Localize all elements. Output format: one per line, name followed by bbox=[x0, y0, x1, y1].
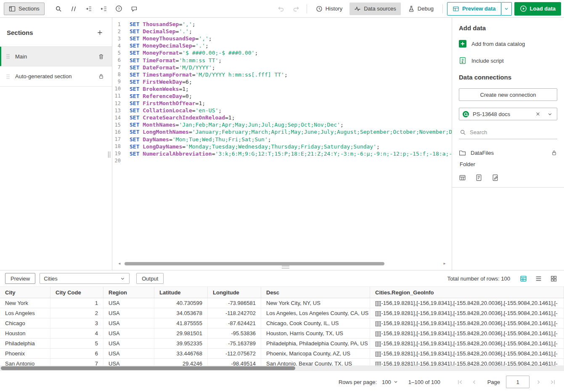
code-line[interactable]: 16SET LongMonthNames='January;February;M… bbox=[112, 128, 452, 135]
search-button[interactable] bbox=[52, 3, 65, 15]
code-text: SET TimestampFormat='M/D/YYYY h:mm:ss[.f… bbox=[127, 72, 288, 78]
code-line[interactable]: 14SET CreateSearchIndexOnReload=1; bbox=[112, 114, 452, 121]
create-new-connection-button[interactable]: Create new connection bbox=[459, 88, 557, 101]
search-icon bbox=[55, 5, 62, 12]
close-icon bbox=[535, 111, 540, 117]
table-horizontal-scrollbar[interactable] bbox=[0, 366, 564, 371]
comment-toggle-button[interactable] bbox=[67, 3, 80, 15]
table-cell: -75.163789 bbox=[208, 339, 261, 348]
connection-select[interactable]: PS-13648 docs bbox=[459, 108, 557, 120]
preview-tab-button[interactable]: Preview bbox=[5, 273, 35, 284]
code-line[interactable]: 4SET MoneyDecimalSep='.'; bbox=[112, 42, 452, 49]
scrollbar-thumb[interactable] bbox=[1, 366, 295, 370]
history-button[interactable]: History bbox=[311, 3, 347, 15]
row-range-label: 1–100 of 100 bbox=[408, 379, 440, 385]
preview-data-button[interactable]: Preview data bbox=[447, 2, 501, 16]
table-cell: [[[[-156,19.8281],[-156,19.8341],[-155.8… bbox=[370, 349, 564, 358]
table-select-value: Cities bbox=[44, 275, 58, 282]
add-from-data-catalog[interactable]: Add from data catalog bbox=[459, 40, 557, 48]
add-section-button[interactable] bbox=[94, 27, 105, 38]
outdent-icon bbox=[101, 5, 107, 12]
redo-button[interactable] bbox=[290, 3, 302, 15]
scroll-right-arrow-icon[interactable]: ▶ bbox=[442, 262, 447, 265]
preview-data-split-button: Preview data bbox=[447, 2, 512, 16]
scrollbar-thumb[interactable] bbox=[124, 262, 384, 265]
indent-button[interactable] bbox=[82, 3, 95, 15]
sections-toggle-button[interactable]: Sections bbox=[4, 3, 45, 15]
code-line[interactable]: 18SET LongDayNames='Monday;Tuesday;Wedne… bbox=[112, 143, 452, 150]
first-page-icon bbox=[457, 379, 463, 385]
last-page-button[interactable] bbox=[547, 376, 558, 387]
line-number: 16 bbox=[112, 129, 127, 135]
preview-data-dropdown-button[interactable] bbox=[501, 2, 512, 16]
table-cell: -118.242702 bbox=[208, 308, 261, 318]
script-editor[interactable]: 1SET ThousandSep=',';2SET DecimalSep='.'… bbox=[112, 18, 452, 270]
code-line[interactable]: 12SET FirstMonthOfYear=1; bbox=[112, 100, 452, 107]
code-line[interactable]: 7SET DateFormat='M/D/YYYY'; bbox=[112, 64, 452, 71]
delete-section-button[interactable] bbox=[96, 51, 106, 61]
toolbar-divider bbox=[442, 4, 443, 13]
code-line[interactable]: 8SET TimestampFormat='M/D/YYYY h:mm:ss[.… bbox=[112, 71, 452, 78]
code-line[interactable]: 6SET TimeFormat='h:mm:ss TT'; bbox=[112, 56, 452, 64]
undo-button[interactable] bbox=[275, 3, 287, 15]
code-line[interactable]: 11SET ReferenceDay=0; bbox=[112, 93, 452, 100]
sidebar-item-auto-generated[interactable]: Auto-generated section bbox=[0, 66, 112, 87]
sidebar-resize-handle[interactable] bbox=[108, 151, 110, 158]
edit-connection-button[interactable] bbox=[492, 174, 499, 181]
table-cell: Philadelphia, Philadelphia County, PA, U… bbox=[261, 339, 370, 348]
table-view-button[interactable] bbox=[518, 273, 529, 284]
table-row: Los Angeles2USA34.053678-118.242702Los A… bbox=[0, 308, 564, 318]
connection-item-datafiles[interactable]: DataFiles bbox=[459, 146, 557, 159]
scroll-left-arrow-icon[interactable]: ◀ bbox=[117, 262, 122, 265]
outdent-button[interactable] bbox=[98, 3, 110, 15]
connection-search[interactable] bbox=[459, 126, 557, 139]
code-line[interactable]: 20 bbox=[112, 157, 452, 164]
previous-page-button[interactable] bbox=[469, 376, 480, 387]
data-sources-button[interactable]: Data sources bbox=[350, 3, 401, 15]
rows-per-page-select[interactable]: 100 bbox=[382, 379, 398, 385]
code-line[interactable]: 1SET ThousandSep=','; bbox=[112, 21, 452, 28]
table-cell: 4 bbox=[50, 328, 103, 338]
history-label: History bbox=[326, 5, 342, 12]
include-script[interactable]: Include script bbox=[459, 57, 557, 64]
connection-dropdown-button[interactable] bbox=[545, 110, 554, 118]
include-script-button[interactable] bbox=[475, 174, 482, 181]
grid-view-button[interactable] bbox=[548, 273, 559, 284]
feedback-button[interactable] bbox=[128, 3, 140, 15]
line-number: 6 bbox=[112, 57, 127, 63]
output-tab-button[interactable]: Output bbox=[136, 273, 164, 284]
first-page-button[interactable] bbox=[455, 376, 466, 387]
code-line[interactable]: 13SET CollationLocale='en-US'; bbox=[112, 107, 452, 114]
scrollbar-track[interactable] bbox=[123, 262, 441, 265]
code-line[interactable]: 9SET FirstWeekDay=6; bbox=[112, 78, 452, 85]
drag-handle-icon[interactable] bbox=[6, 53, 10, 59]
line-number: 12 bbox=[112, 101, 127, 106]
code-line[interactable]: 3SET MoneyThousandSep=','; bbox=[112, 35, 452, 42]
code-line[interactable]: 17SET DayNames='Mon;Tue;Wed;Thu;Fri;Sat;… bbox=[112, 136, 452, 143]
next-page-button[interactable] bbox=[533, 376, 544, 387]
list-view-button[interactable] bbox=[533, 273, 544, 284]
load-data-button[interactable]: Load data bbox=[514, 2, 561, 16]
code-line[interactable]: 19SET NumericalAbbreviation='3:k;6:M;9:G… bbox=[112, 150, 452, 157]
preview-resize-handle[interactable] bbox=[282, 266, 289, 268]
preview-data-icon bbox=[453, 5, 459, 12]
trash-icon bbox=[98, 53, 104, 60]
clear-connection-button[interactable] bbox=[534, 110, 542, 118]
code-line[interactable]: 10SET BrokenWeeks=1; bbox=[112, 85, 452, 93]
code-line[interactable]: 5SET MoneyFormat='$ ###0.00;-$ ###0.00'; bbox=[112, 49, 452, 56]
table-cell: 33.446768 bbox=[154, 349, 208, 358]
page-number-input[interactable] bbox=[506, 376, 530, 388]
drag-handle-icon bbox=[6, 74, 10, 79]
debug-button[interactable]: Debug bbox=[403, 3, 438, 15]
table-select[interactable]: Cities bbox=[40, 273, 130, 284]
chevron-down-icon bbox=[120, 276, 125, 281]
help-button[interactable]: ? bbox=[113, 3, 125, 15]
grid-view-icon bbox=[550, 275, 557, 282]
code-line[interactable]: 15SET MonthNames='Jan;Feb;Mar;Apr;May;Ju… bbox=[112, 121, 452, 128]
table-cell: 29.981501 bbox=[154, 328, 208, 338]
preview-table-body: New York1USA40.730599-73.986581New York … bbox=[0, 298, 564, 372]
code-line[interactable]: 2SET DecimalSep='.'; bbox=[112, 28, 452, 35]
sidebar-item-main[interactable]: Main bbox=[0, 46, 112, 66]
connection-search-input[interactable] bbox=[470, 129, 556, 135]
select-data-button[interactable] bbox=[459, 174, 466, 181]
